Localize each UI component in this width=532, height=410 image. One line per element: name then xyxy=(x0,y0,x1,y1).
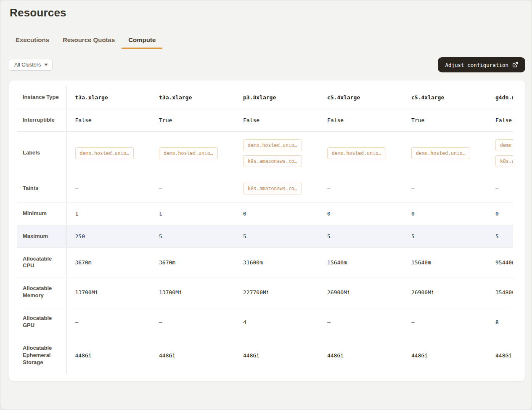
cell-maximum-col4: 5 xyxy=(319,225,403,248)
chip-stack: demo.hosted.unio…k8s.amazonaws.co… xyxy=(243,139,310,167)
cell-allocatable_gpu-col2: — xyxy=(151,307,235,337)
tab-executions[interactable]: Executions xyxy=(9,33,56,49)
cell-value: 0 xyxy=(411,210,415,217)
cell-maximum-col6: 5 xyxy=(487,225,513,248)
empty-value: — xyxy=(327,185,331,192)
cell-value: — xyxy=(411,319,415,325)
cell-value: 448Gi xyxy=(327,352,344,359)
label-chip: demo.hosted.unio… xyxy=(327,147,386,159)
table-row-allocatable_cpu: Allocatable CPU3670m3670m31600m15640m156… xyxy=(17,248,513,277)
cell-interruptible-col1: False xyxy=(66,109,151,131)
taint-chip: k8s.amazonaws.co… xyxy=(243,183,302,194)
table-row-instance_type: Instance Typet3a.xlarget3a.xlargep3.8xla… xyxy=(17,86,513,109)
cell-value: False xyxy=(75,117,92,123)
row-label-taints: Taints xyxy=(17,175,66,202)
cell-labels-col3: demo.hosted.unio…k8s.amazonaws.co… xyxy=(235,131,319,175)
empty-value: — xyxy=(75,185,79,192)
table-row-labels: Labelsdemo.hosted.unio…demo.hosted.unio…… xyxy=(17,131,513,175)
cell-value: 448Gi xyxy=(75,352,92,359)
label-chip: demo.hosted.unio… xyxy=(243,139,302,151)
cell-value: 354800Mi xyxy=(495,289,513,296)
table-row-allocatable_ephemeral_storage: Allocatable Ephemeral Storage448Gi448Gi4… xyxy=(17,337,513,374)
cell-labels-col2: demo.hosted.unio… xyxy=(151,131,235,175)
table-row-minimum: Minimum110000 xyxy=(17,202,513,225)
cell-value: 3670m xyxy=(159,259,175,266)
resources-table: Instance Typet3a.xlarget3a.xlargep3.8xla… xyxy=(17,86,513,374)
empty-value: — xyxy=(411,185,415,192)
cell-value: 5 xyxy=(243,233,246,240)
cell-value: 3670m xyxy=(75,259,92,266)
cell-allocatable_gpu-col3: 4 xyxy=(235,307,319,337)
cell-value: 13700Mi xyxy=(75,289,98,296)
row-label-instance_type: Instance Type xyxy=(17,86,66,109)
row-label-minimum: Minimum xyxy=(17,202,66,225)
cell-minimum-col6: 0 xyxy=(487,202,513,225)
cell-interruptible-col6: False xyxy=(487,109,513,131)
cell-value: t3a.xlarge xyxy=(159,94,192,101)
cell-labels-col5: demo.hosted.unio… xyxy=(403,131,487,175)
cluster-filter-label: All Clusters xyxy=(14,62,41,68)
cell-allocatable_cpu-col1: 3670m xyxy=(66,248,151,277)
cell-taints-col4: — xyxy=(319,175,403,202)
cell-value: True xyxy=(159,117,172,123)
cell-allocatable_gpu-col1: — xyxy=(66,307,151,337)
table-row-allocatable_gpu: Allocatable GPU——4——8 xyxy=(17,307,513,337)
label-chip: demo.hosted.unio… xyxy=(495,139,513,151)
cell-value: False xyxy=(495,117,512,123)
cell-allocatable_memory-col4: 26900Mi xyxy=(319,277,403,307)
tab-compute[interactable]: Compute xyxy=(122,33,162,49)
cell-value: 0 xyxy=(243,210,246,217)
cell-value: 5 xyxy=(327,233,331,240)
cell-value: 15640m xyxy=(327,259,347,266)
cell-value: — xyxy=(75,319,79,325)
cell-taints-col6: — xyxy=(487,175,513,202)
cell-allocatable_ephemeral_storage-col1: 448Gi xyxy=(66,337,151,374)
label-chip: demo.hosted.unio… xyxy=(75,147,134,159)
chip-stack: demo.hosted.unio… xyxy=(75,147,143,159)
table-body: Instance Typet3a.xlarget3a.xlargep3.8xla… xyxy=(17,86,513,374)
cell-value: — xyxy=(159,319,162,325)
cell-value: 95440m xyxy=(495,259,513,266)
cell-allocatable_gpu-col4: — xyxy=(319,307,403,337)
cell-instance_type-col5: c5.4xlarge xyxy=(403,86,487,109)
cell-taints-col3: k8s.amazonaws.co… xyxy=(235,175,319,202)
cell-value: c5.4xlarge xyxy=(411,94,444,101)
cell-value: 26900Mi xyxy=(327,289,350,296)
cell-value: 0 xyxy=(495,210,499,217)
label-chip: k8s.amazonaws.co… xyxy=(495,155,513,167)
adjust-configuration-button[interactable]: Adjust configuration xyxy=(438,57,525,72)
cell-maximum-col2: 5 xyxy=(151,225,235,248)
cluster-filter-dropdown[interactable]: All Clusters xyxy=(9,59,53,71)
table-row-maximum: Maximum25055555 xyxy=(17,225,513,248)
cell-value: 5 xyxy=(159,233,162,240)
resources-page: Resources ExecutionsResource QuotasCompu… xyxy=(0,0,532,410)
row-label-labels: Labels xyxy=(17,131,66,175)
cell-value: 31600m xyxy=(243,259,263,266)
cell-value: 15640m xyxy=(411,259,431,266)
chevron-down-icon xyxy=(44,64,48,66)
chip-stack: k8s.amazonaws.co… xyxy=(243,183,310,194)
cell-value: g4dn.metal xyxy=(495,94,513,101)
cell-instance_type-col6: g4dn.metal xyxy=(487,86,513,109)
cell-allocatable_ephemeral_storage-col4: 448Gi xyxy=(319,337,403,374)
table-scroll-area: Instance Typet3a.xlarget3a.xlargep3.8xla… xyxy=(17,86,513,374)
table-row-allocatable_memory: Allocatable Memory13700Mi13700Mi227700Mi… xyxy=(17,277,513,307)
cell-minimum-col5: 0 xyxy=(403,202,487,225)
cell-value: c5.4xlarge xyxy=(327,94,360,101)
cell-allocatable_memory-col1: 13700Mi xyxy=(66,277,151,307)
cell-value: t3a.xlarge xyxy=(75,94,108,101)
adjust-configuration-label: Adjust configuration xyxy=(445,62,508,68)
tab-resource-quotas[interactable]: Resource Quotas xyxy=(56,33,122,49)
cell-allocatable_memory-col3: 227700Mi xyxy=(235,277,319,307)
cell-maximum-col3: 5 xyxy=(235,225,319,248)
cell-allocatable_cpu-col3: 31600m xyxy=(235,248,319,277)
cell-value: 448Gi xyxy=(411,352,428,359)
cell-allocatable_gpu-col6: 8 xyxy=(487,307,513,337)
cell-allocatable_memory-col6: 354800Mi xyxy=(487,277,513,307)
label-chip: demo.hosted.unio… xyxy=(411,147,470,159)
cell-taints-col2: — xyxy=(151,175,235,202)
row-label-allocatable_ephemeral_storage: Allocatable Ephemeral Storage xyxy=(17,337,66,374)
cell-allocatable_memory-col5: 26900Mi xyxy=(403,277,487,307)
cell-allocatable_ephemeral_storage-col2: 448Gi xyxy=(151,337,235,374)
cell-minimum-col4: 0 xyxy=(319,202,403,225)
